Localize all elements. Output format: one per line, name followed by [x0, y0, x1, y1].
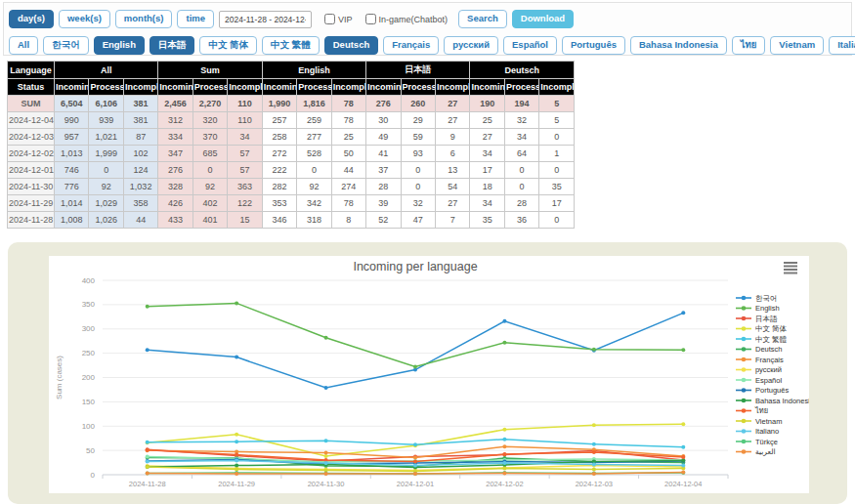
period-button-month-s[interactable]: month(s) — [115, 10, 173, 28]
chart-title: Incoming per language — [353, 260, 477, 273]
legend-item[interactable]: Português — [736, 386, 789, 395]
language-filter-italiano[interactable]: Italiano — [829, 36, 855, 55]
data-point-marker[interactable] — [146, 460, 150, 464]
data-point-marker[interactable] — [502, 438, 506, 441]
data-point-marker[interactable] — [324, 472, 328, 476]
data-point-marker[interactable] — [502, 319, 506, 323]
series-line[interactable] — [148, 303, 684, 366]
language-filter-all[interactable]: All — [9, 36, 38, 55]
data-point-marker[interactable] — [502, 341, 506, 345]
data-point-marker[interactable] — [413, 472, 417, 476]
data-point-marker[interactable] — [502, 467, 506, 471]
data-point-marker[interactable] — [681, 348, 685, 352]
data-point-marker[interactable] — [324, 451, 328, 455]
legend-item[interactable]: Bahasa Indonesia — [736, 397, 809, 405]
data-point-marker[interactable] — [413, 464, 417, 468]
data-point-marker[interactable] — [324, 386, 328, 390]
language-filter-bahasa-indonesia[interactable]: Bahasa Indonesia — [630, 36, 727, 55]
data-point-marker[interactable] — [413, 456, 417, 460]
chart-menu-icon[interactable] — [784, 263, 797, 273]
data-point-marker[interactable] — [681, 445, 685, 449]
data-point-marker[interactable] — [592, 450, 596, 454]
data-point-marker[interactable] — [502, 452, 506, 456]
data-point-marker[interactable] — [324, 439, 328, 442]
data-point-marker[interactable] — [235, 453, 238, 457]
legend-item[interactable]: русский — [736, 365, 782, 374]
data-point-marker[interactable] — [235, 472, 238, 476]
language-filter-portugu-s[interactable]: Português — [562, 36, 625, 55]
legend-item[interactable]: 日本語 — [736, 315, 778, 323]
data-point-marker[interactable] — [502, 428, 506, 432]
data-point-marker[interactable] — [146, 472, 150, 476]
data-point-marker[interactable] — [324, 336, 328, 340]
data-point-marker[interactable] — [146, 441, 150, 444]
language-filter-fran-ais[interactable]: Français — [383, 36, 439, 55]
data-point-marker[interactable] — [681, 471, 685, 475]
data-point-marker[interactable] — [592, 472, 596, 476]
series-line[interactable] — [148, 313, 684, 388]
data-point-marker[interactable] — [235, 468, 238, 472]
language-filter-vietnam[interactable]: Vietnam — [770, 36, 824, 55]
data-point-marker[interactable] — [413, 442, 417, 446]
legend-item[interactable]: 中文 简体 — [736, 324, 788, 333]
language-filter-4[interactable]: 中文 简体 — [199, 36, 257, 55]
data-point-marker[interactable] — [592, 423, 596, 427]
data-point-marker[interactable] — [592, 442, 596, 446]
vip-checkbox[interactable] — [324, 14, 335, 24]
language-filter-1[interactable]: 한국어 — [43, 36, 89, 55]
date-range-input[interactable] — [219, 11, 312, 28]
data-point-marker[interactable] — [324, 454, 328, 458]
data-point-marker[interactable] — [146, 455, 150, 459]
legend-item[interactable]: Türkçe — [736, 438, 778, 446]
data-point-marker[interactable] — [235, 464, 238, 468]
language-filter-5[interactable]: 中文 繁體 — [262, 36, 320, 55]
data-point-marker[interactable] — [235, 440, 238, 443]
language-filter-espa-ol[interactable]: Español — [503, 36, 557, 55]
legend-item[interactable]: ไทย — [736, 406, 768, 415]
data-point-marker[interactable] — [146, 305, 150, 309]
language-filter-12[interactable]: ไทย — [732, 36, 766, 55]
data-point-marker[interactable] — [413, 365, 417, 369]
download-button[interactable]: Download — [512, 10, 574, 28]
data-point-marker[interactable] — [502, 472, 506, 476]
legend-item[interactable]: English — [736, 304, 780, 313]
data-point-marker[interactable] — [681, 422, 685, 426]
period-button-day-s[interactable]: day(s) — [9, 10, 54, 28]
data-point-marker[interactable] — [235, 433, 238, 437]
legend-item[interactable]: 한국어 — [736, 294, 778, 303]
legend-item[interactable]: Vietnam — [736, 417, 782, 426]
data-point-marker[interactable] — [324, 461, 328, 465]
period-button-week-s[interactable]: week(s) — [59, 10, 110, 28]
legend-item[interactable]: 中文 繁體 — [736, 335, 788, 344]
language-filter-english[interactable]: English — [94, 36, 145, 55]
legend-item[interactable]: Deutsch — [736, 345, 783, 354]
data-point-marker[interactable] — [681, 464, 685, 468]
data-point-marker[interactable] — [146, 465, 150, 469]
data-point-marker[interactable] — [146, 348, 150, 352]
legend-item[interactable]: العربية — [736, 447, 776, 456]
data-point-marker[interactable] — [592, 348, 596, 352]
data-point-marker[interactable] — [681, 459, 685, 463]
period-button-time[interactable]: time — [177, 10, 214, 28]
legend-item[interactable]: Italiano — [736, 427, 779, 436]
data-point-marker[interactable] — [592, 468, 596, 472]
data-point-marker[interactable] — [502, 444, 506, 448]
ingame-option[interactable]: In-game(Chatbot) — [365, 14, 449, 24]
data-point-marker[interactable] — [413, 460, 417, 464]
data-point-marker[interactable] — [592, 463, 596, 467]
data-point-marker[interactable] — [146, 448, 150, 452]
ingame-checkbox[interactable] — [365, 14, 376, 24]
data-point-marker[interactable] — [235, 459, 238, 463]
data-point-marker[interactable] — [502, 461, 506, 465]
vip-option[interactable]: VIP — [324, 14, 353, 24]
data-point-marker[interactable] — [681, 311, 685, 315]
data-point-marker[interactable] — [235, 301, 238, 305]
language-filter-deutsch[interactable]: Deutsch — [324, 36, 378, 55]
legend-item[interactable]: Español — [736, 376, 782, 385]
data-point-marker[interactable] — [681, 455, 685, 459]
data-point-marker[interactable] — [235, 356, 238, 359]
language-filter-3[interactable]: 日本語 — [150, 36, 195, 55]
language-filter-8[interactable]: русский — [444, 36, 498, 55]
legend-item[interactable]: Français — [736, 356, 784, 364]
search-button[interactable]: Search — [458, 10, 507, 28]
